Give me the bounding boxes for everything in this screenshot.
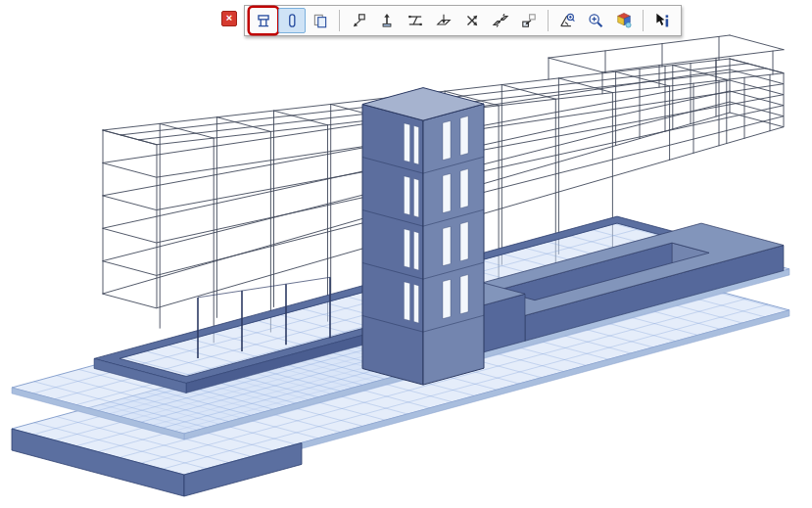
floating-toolbar: ×	[221, 5, 682, 36]
drag-icon	[350, 12, 367, 29]
cutaway-3d-icon	[615, 12, 633, 29]
rotate-view-button[interactable]	[553, 8, 581, 33]
zoom-in-icon	[587, 12, 604, 29]
copy-tool-button[interactable]	[307, 8, 334, 33]
drag-button[interactable]	[345, 8, 372, 33]
offset-icon	[435, 12, 453, 29]
elevate-icon	[378, 12, 396, 29]
multiply-icon	[463, 12, 481, 29]
elevate-button[interactable]	[373, 8, 401, 33]
rotate-view-icon	[558, 12, 576, 29]
furniture-tool-button[interactable]	[250, 8, 277, 33]
stretch-icon	[406, 12, 424, 29]
offset-button[interactable]	[430, 8, 457, 33]
core-tower[interactable]	[362, 88, 484, 386]
multiply-button[interactable]	[458, 8, 486, 33]
drag-copy-icon	[520, 12, 538, 29]
stretch-button[interactable]	[402, 8, 429, 33]
toolbar-separator	[339, 10, 340, 31]
toolbar-separator	[548, 10, 549, 31]
column-tool-button[interactable]	[278, 8, 306, 33]
element-info-icon	[653, 12, 671, 29]
mirror-icon	[492, 12, 509, 29]
3d-viewport[interactable]	[0, 0, 812, 508]
toolbar-separator	[643, 10, 644, 31]
drag-copy-button[interactable]	[515, 8, 543, 33]
cutaway-3d-button[interactable]	[610, 8, 638, 33]
zoom-in-button[interactable]	[582, 8, 609, 33]
toolbar	[244, 5, 682, 36]
close-button[interactable]: ×	[221, 11, 237, 26]
mirror-button[interactable]	[487, 8, 514, 33]
copy-tool-icon	[311, 12, 329, 29]
element-info-button[interactable]	[648, 8, 676, 33]
furniture-tool-icon	[255, 12, 272, 29]
column-tool-icon	[283, 12, 301, 29]
